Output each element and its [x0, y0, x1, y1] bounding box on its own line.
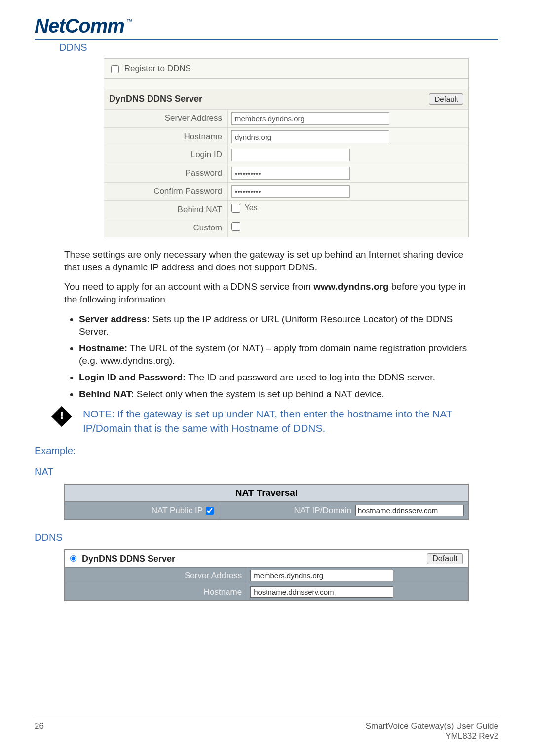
alert-icon: !: [51, 406, 72, 427]
trademark-symbol: ™: [126, 18, 132, 25]
note-text: NOTE: If the gateway is set up under NAT…: [83, 407, 469, 435]
row-password: Password: [104, 164, 468, 182]
bullet-list: Server address: Sets up the IP address o…: [79, 313, 469, 401]
register-ddns-label: Register to DDNS: [124, 64, 191, 73]
default-button[interactable]: Default: [429, 93, 463, 105]
brand-header: NetComm ™: [35, 15, 498, 37]
paragraph-1: These settings are only necessary when t…: [64, 248, 469, 273]
nat-public-ip-label: NAT Public IP: [152, 506, 203, 516]
ddns-server-title: DynDNS DDNS Server: [109, 94, 202, 104]
input-confirm-password[interactable]: [231, 185, 350, 198]
row-server-address: Server Address: [104, 109, 468, 127]
ddns2-title: DynDNS DDNS Server: [82, 554, 175, 564]
label-server-address: Server Address: [104, 110, 228, 127]
nat-ip-domain-cell: NAT IP/Domain: [218, 502, 468, 519]
nat-ip-domain-label: NAT IP/Domain: [294, 506, 351, 516]
footer-guide: SmartVoice Gateway(s) User Guide: [366, 721, 498, 731]
bullet-login: Login ID and Password: The ID and passwo…: [79, 371, 469, 384]
section-heading-ddns: DDNS: [59, 42, 498, 53]
bullet-hostname: Hostname: The URL of the system (or NAT)…: [79, 342, 469, 367]
footer-right: SmartVoice Gateway(s) User Guide YML832 …: [366, 721, 498, 741]
bullet-server-address: Server address: Sets up the IP address o…: [79, 313, 469, 338]
row-custom: Custom: [104, 219, 468, 237]
ddns-server-panel-2: DynDNS DDNS Server Default Server Addres…: [64, 549, 469, 601]
row-behind-nat: Behind NAT Yes: [104, 200, 468, 219]
row-hostname: Hostname: [104, 127, 468, 146]
label-login-id: Login ID: [104, 146, 228, 164]
page-number: 26: [35, 721, 44, 741]
page-footer: 26 SmartVoice Gateway(s) User Guide YML8…: [35, 718, 498, 741]
label-confirm-password: Confirm Password: [104, 183, 228, 200]
row-confirm-password: Confirm Password: [104, 182, 468, 200]
ddns2-input-hostname[interactable]: [250, 586, 393, 598]
checkbox-behind-nat[interactable]: [231, 204, 240, 213]
checkbox-custom[interactable]: [231, 222, 240, 231]
section-heading-nat: NAT: [35, 466, 498, 478]
ddns2-row-hostname: Hostname: [65, 584, 468, 600]
behind-nat-yes: Yes: [244, 203, 257, 212]
register-ddns-checkbox[interactable]: [111, 65, 119, 73]
label-custom: Custom: [104, 219, 228, 237]
label-behind-nat: Behind NAT: [104, 201, 228, 219]
ddns2-header: DynDNS DDNS Server Default: [65, 550, 468, 567]
ddns2-row-server-address: Server Address: [65, 567, 468, 584]
input-login-id[interactable]: [231, 149, 350, 161]
ddns-form-panel: Register to DDNS DynDNS DDNS Server Defa…: [104, 58, 469, 237]
nat-table-row: NAT Public IP NAT IP/Domain: [65, 502, 468, 519]
example-label: Example:: [35, 445, 498, 456]
ddns-server-header: DynDNS DDNS Server Default: [104, 89, 468, 109]
ddns2-label-hostname: Hostname: [65, 584, 246, 600]
bullet-behind-nat: Behind NAT: Select only when the system …: [79, 388, 469, 401]
form-spacer: [104, 79, 468, 89]
paragraph-2: You need to apply for an account with a …: [64, 280, 469, 305]
note-block: ! NOTE: If the gateway is set up under N…: [54, 407, 469, 435]
label-password: Password: [104, 164, 228, 182]
input-hostname[interactable]: [231, 130, 389, 143]
brand-logo: NetComm: [35, 15, 124, 37]
label-hostname: Hostname: [104, 128, 228, 146]
ddns2-label-server-address: Server Address: [65, 568, 246, 584]
ddns2-input-server-address[interactable]: [250, 570, 393, 581]
footer-rev: YML832 Rev2: [445, 731, 498, 741]
body-text-block: These settings are only necessary when t…: [64, 248, 469, 400]
ddns2-radio[interactable]: [70, 555, 76, 562]
input-password[interactable]: [231, 167, 350, 180]
input-server-address[interactable]: [231, 112, 389, 125]
section-heading-ddns2: DDNS: [35, 532, 498, 543]
row-login-id: Login ID: [104, 146, 468, 164]
register-ddns-row: Register to DDNS: [104, 59, 468, 79]
ddns2-default-button[interactable]: Default: [427, 553, 463, 564]
header-rule: [35, 39, 498, 40]
nat-public-ip-cell: NAT Public IP: [65, 502, 218, 519]
nat-table-title: NAT Traversal: [65, 485, 468, 502]
nat-ip-domain-input[interactable]: [355, 505, 464, 516]
nat-public-ip-checkbox[interactable]: [206, 507, 214, 515]
nat-traversal-table: NAT Traversal NAT Public IP NAT IP/Domai…: [64, 484, 469, 520]
